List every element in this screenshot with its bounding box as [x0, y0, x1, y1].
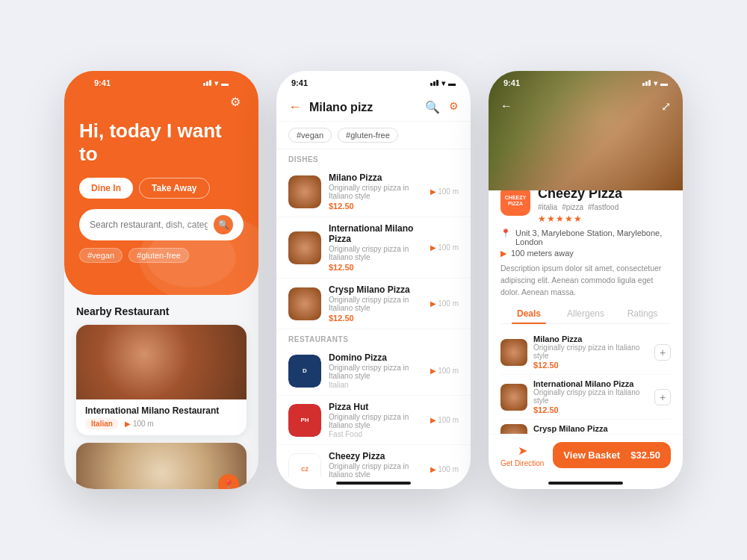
- wifi-icon: ▾: [214, 79, 218, 87]
- battery-icon: ▬: [221, 79, 229, 87]
- rest-name-2: Pizza Hut: [329, 402, 423, 412]
- deal-desc-2: Originally crispy pizza in Italiano styl…: [533, 388, 648, 405]
- rest-name-3: Cheezy Pizza: [329, 451, 423, 461]
- rest-dist-1: ▶ 100 m: [430, 367, 459, 375]
- dish-name-3: Crysp Milano Pizza: [329, 284, 423, 295]
- phone-detail: 9:41 ▾ ▬ ← ⤢ CHEEZYPIZZA: [489, 71, 683, 489]
- add-deal-1-button[interactable]: +: [654, 344, 671, 361]
- dish-dist-2: ▶ 100 m: [430, 243, 459, 252]
- list-item[interactable]: PH Pizza Hut Originally crispy pizza in …: [276, 396, 471, 445]
- restaurant-distance: 100 meters away: [511, 249, 574, 258]
- dish-desc-1: Originally crispy pizza in Italiano styl…: [329, 184, 423, 200]
- status-bar-1: 9:41 ▾ ▬: [79, 71, 244, 92]
- dishes-label: DISHES: [276, 149, 471, 167]
- restaurant-name-1: International Milano Restaurant: [85, 405, 219, 416]
- filter-icon[interactable]: ⚙: [230, 95, 241, 109]
- deal-desc-1: Originally crispy pizza in Italiano styl…: [533, 343, 648, 360]
- tag-pizza: #pizza: [562, 203, 583, 211]
- deal-name-1: Milano Pizza: [533, 335, 648, 343]
- deal-thumb-1: [500, 339, 527, 366]
- rating-stars: ★★★★★: [538, 214, 622, 224]
- deal-item-1[interactable]: Milano Pizza Originally crispy pizza in …: [500, 330, 671, 375]
- rest-dist-2: ▶ 100 m: [430, 416, 459, 424]
- dish-desc-3: Originally crispy pizza in Italiano styl…: [329, 296, 423, 312]
- category-tag-1: Italian: [85, 418, 119, 429]
- home-indicator-3: [548, 482, 623, 485]
- search-title: Milano pizz: [309, 101, 418, 114]
- deal-thumb-3: [500, 424, 527, 434]
- view-basket-label: View Basket: [563, 449, 620, 461]
- get-direction-button[interactable]: ➤ Get Direction: [500, 444, 544, 467]
- share-icon[interactable]: ⤢: [661, 99, 671, 113]
- tag-fastfood: #fastfood: [588, 203, 619, 211]
- restaurant-card-1[interactable]: International Milano Restaurant Italian …: [76, 325, 247, 435]
- tag-vegan[interactable]: #vegan: [79, 248, 123, 263]
- wifi-icon-2: ▾: [441, 79, 445, 87]
- status-bar-2: 9:41 ▾ ▬: [276, 71, 471, 92]
- restaurant-address: Unit 3, Marylebone Station, Marylebone, …: [515, 228, 671, 246]
- dish-name-1: Milano Pizza: [329, 172, 423, 183]
- deal-price-1: $12.50: [533, 361, 648, 370]
- list-item[interactable]: Milano Pizza Originally crispy pizza in …: [276, 167, 471, 217]
- nearby-title: Nearby Restaurant: [76, 305, 247, 317]
- search-results-list: DISHES Milano Pizza Originally crispy pi…: [276, 149, 471, 477]
- filter-icon-2[interactable]: ⚙: [449, 100, 459, 114]
- deal-item-2[interactable]: International Milano Pizza Originally cr…: [500, 375, 671, 420]
- list-item[interactable]: CZ Cheezy Pizza Originally crispy pizza …: [276, 445, 471, 477]
- signal-icon: [203, 80, 211, 86]
- location-icon-detail: 📍: [500, 228, 511, 238]
- restaurant-card-2[interactable]: 📍: [76, 443, 247, 489]
- location-icon-1: ▶: [125, 420, 131, 428]
- restaurant-logo: CHEEZYPIZZA: [500, 186, 530, 216]
- deal-name-2: International Milano Pizza: [533, 379, 648, 388]
- home-indicator-2: [336, 482, 411, 485]
- tabs-row: Deals Allergens Ratings: [500, 304, 671, 324]
- rest-desc-2: Originally crispy pizza in Italiano styl…: [329, 413, 423, 429]
- dine-in-button[interactable]: Dine In: [79, 178, 133, 199]
- distance-icon-detail: ▶: [500, 249, 506, 258]
- hero-image: 9:41 ▾ ▬ ← ⤢: [489, 71, 683, 190]
- phone-home: 9:41 ▾ ▬ ⚙ Hi, today I want to Dine In T…: [64, 71, 258, 489]
- battery-icon-2: ▬: [448, 79, 456, 87]
- list-item[interactable]: D Domino Pizza Originally crispy pizza i…: [276, 346, 471, 396]
- deal-thumb-2: [500, 384, 527, 411]
- get-direction-label: Get Direction: [500, 459, 544, 467]
- rest-sub-2: Fast Food: [329, 430, 423, 438]
- restaurant-description: Description ipsum dolor sit amet, consec…: [500, 263, 671, 298]
- deal-price-2: $12.50: [533, 405, 648, 414]
- filter-gluten-free[interactable]: #gluten-free: [338, 128, 398, 143]
- list-item[interactable]: International Milano Pizza Originally cr…: [276, 217, 471, 279]
- rest-desc-3: Originally crispy pizza in Italiano styl…: [329, 462, 423, 477]
- deal-name-3: Crysp Milano Pizza: [533, 424, 671, 433]
- phone-search: 9:41 ▾ ▬ ← Milano pizz 🔍 ⚙ #vegan #glute…: [276, 71, 471, 489]
- time-2: 9:41: [291, 78, 308, 87]
- add-deal-2-button[interactable]: +: [654, 389, 671, 405]
- dish-dist-3: ▶ 100 m: [430, 299, 459, 308]
- view-basket-button[interactable]: View Basket $32.50: [553, 442, 671, 468]
- tag-italia: #italia: [538, 203, 557, 211]
- signal-icon-2: [430, 80, 438, 86]
- search-header: ← Milano pizz 🔍 ⚙: [276, 92, 471, 122]
- detail-back-button[interactable]: ←: [500, 99, 512, 113]
- dish-desc-2: Originally crispy pizza in Italiano styl…: [329, 245, 423, 261]
- restaurants-label: RESTAURANTS: [276, 329, 471, 346]
- filter-vegan[interactable]: #vegan: [288, 128, 332, 143]
- detail-nav: ← ⤢: [489, 71, 683, 121]
- search-icon-2[interactable]: 🔍: [425, 100, 440, 114]
- detail-content: CHEEZYPIZZA Cheezy Pizza #italia #pizza …: [489, 175, 683, 434]
- rest-desc-1: Originally crispy pizza in Italiano styl…: [329, 364, 423, 380]
- deal-item-3[interactable]: Crysp Milano Pizza Originally crispy piz…: [500, 420, 671, 434]
- dish-name-2: International Milano Pizza: [329, 223, 423, 244]
- detail-bottom-bar: ➤ Get Direction View Basket $32.50: [489, 434, 683, 479]
- rest-sub-1: Italian: [329, 381, 423, 389]
- nearby-section: Nearby Restaurant International Milano R…: [64, 295, 258, 489]
- dish-dist-1: ▶ 100 m: [430, 187, 459, 196]
- tab-deals[interactable]: Deals: [500, 304, 557, 323]
- back-button[interactable]: ←: [288, 99, 302, 115]
- tab-ratings[interactable]: Ratings: [614, 304, 671, 323]
- list-item[interactable]: Crysp Milano Pizza Originally crispy piz…: [276, 279, 471, 329]
- take-away-button[interactable]: Take Away: [139, 178, 209, 199]
- distance-1: ▶ 100 m: [125, 420, 154, 428]
- tab-allergens[interactable]: Allergens: [557, 304, 614, 323]
- basket-price: $32.50: [630, 449, 660, 461]
